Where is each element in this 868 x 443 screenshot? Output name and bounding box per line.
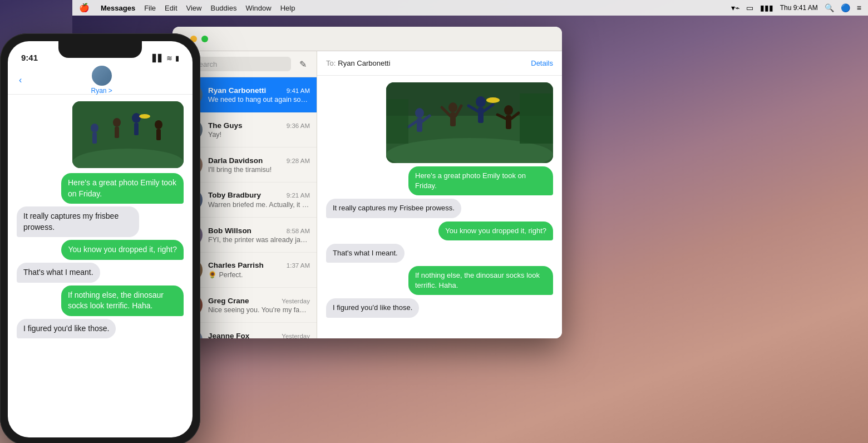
iphone-notch (58, 41, 142, 58)
message-bubble-4: If nothing else, the dinosaur socks look… (408, 266, 553, 295)
conv-name-bob: Bob Willson (208, 227, 251, 235)
svg-rect-20 (520, 93, 553, 144)
conv-name-ryan: Ryan Carbonetti (208, 86, 266, 95)
chat-header: To: Ryan Carbonetti Details (317, 51, 562, 76)
conv-time-darla: 9:28 AM (287, 157, 310, 164)
msg-row-2: You know you dropped it, right? (326, 222, 553, 240)
menu-window[interactable]: Window (245, 4, 271, 12)
conv-time-guys: 9:36 AM (287, 122, 310, 129)
iphone-bubble-1: It really captures my frisbee prowess. (17, 206, 139, 237)
conv-header-charles: Charles Parrish 1:37 AM (208, 261, 310, 269)
chat-panel: To: Ryan Carbonetti Details (317, 51, 562, 338)
conv-preview-bob: FYI, the printer was already jammed when… (208, 236, 310, 244)
svg-rect-21 (386, 99, 408, 144)
iphone-frame: 9:41 ▋▋ ≋ ▮ ‹ Ryan > (0, 33, 200, 443)
iphone-screen: 9:41 ▋▋ ≋ ▮ ‹ Ryan > (8, 41, 193, 437)
conv-time-toby: 9:21 AM (287, 192, 310, 199)
conv-info-charles: Charles Parrish 1:37 AM 🌻 Perfect. (208, 261, 310, 279)
svg-point-3 (415, 108, 424, 118)
svg-rect-12 (478, 107, 484, 123)
iphone-nav: ‹ Ryan > (8, 66, 193, 95)
svg-rect-31 (156, 129, 161, 140)
menu-file[interactable]: File (144, 4, 156, 12)
msg-row-5: I figured you'd like those. (326, 298, 553, 317)
conv-name-toby: Toby Bradbury (208, 191, 261, 199)
svg-point-26 (113, 118, 121, 127)
iphone-avatar (92, 66, 112, 86)
iphone-msg-row-1: It really captures my frisbee prowess. (17, 206, 184, 237)
control-center-icon[interactable]: ≡ (857, 3, 861, 12)
iphone-contact-name: Ryan > (91, 87, 112, 95)
to-label: To: (326, 59, 336, 67)
contact-info[interactable]: Ryan > (22, 66, 181, 95)
svg-rect-16 (506, 115, 511, 129)
message-bubble-0: Here's a great photo Emily took on Frida… (408, 166, 553, 195)
conv-name-guys: The Guys (208, 121, 243, 130)
conv-preview-charles: 🌻 Perfect. (208, 270, 310, 279)
message-bubble-5: I figured you'd like those. (326, 298, 419, 317)
compose-icon: ✎ (299, 59, 307, 70)
apple-logo-icon[interactable]: 🍎 (79, 3, 90, 13)
iphone-body: 9:41 ▋▋ ≋ ▮ ‹ Ryan > (0, 33, 200, 443)
chat-recipient-name: Ryan Carbonetti (338, 59, 390, 67)
wifi-icon: ≋ (166, 54, 172, 62)
shared-photo (386, 82, 553, 163)
iphone-status-icons: ▋▋ ≋ ▮ (152, 54, 179, 62)
conv-time-jeanne: Yesterday (282, 333, 310, 339)
svg-point-24 (91, 124, 98, 132)
clock-label: Thu 9:41 AM (780, 4, 818, 12)
iphone-bubble-3: That's what I meant. (17, 263, 100, 283)
window-titlebar (172, 27, 562, 51)
iphone-msg-row-2: You know you dropped it, right? (17, 240, 184, 260)
msg-row-0: Here's a great photo Emily took on Frida… (326, 166, 553, 195)
iphone-msg-row-3: That's what I meant. (17, 263, 184, 283)
battery-icon: ▮▮▮ (760, 3, 773, 12)
svg-point-28 (132, 113, 141, 123)
message-bubble-2: You know you dropped it, right? (438, 222, 553, 240)
conv-time-greg: Yesterday (282, 298, 310, 304)
messages-window: 🔍 Search ✎ Ryan Carbonetti 9:41 AM (172, 27, 562, 338)
svg-rect-29 (134, 123, 139, 135)
iphone-shared-photo (72, 101, 184, 168)
iphone-frisbee-svg (72, 101, 184, 168)
menu-edit[interactable]: Edit (165, 4, 177, 12)
conv-header-darla: Darla Davidson 9:28 AM (208, 156, 310, 165)
fullscreen-button[interactable] (201, 36, 208, 42)
airplay-icon: ▭ (746, 3, 753, 12)
msg-row-4: If nothing else, the dinosaur socks look… (326, 266, 553, 295)
conv-header-bob: Bob Willson 8:58 AM (208, 227, 310, 235)
conv-info-toby: Toby Bradbury 9:21 AM Warren briefed me.… (208, 191, 310, 209)
conv-preview-guys: Yay! (208, 131, 310, 139)
photo-container (326, 82, 553, 163)
svg-point-32 (139, 114, 150, 119)
menu-view[interactable]: View (186, 4, 202, 12)
menu-help[interactable]: Help (280, 4, 295, 12)
app-name-label: Messages (101, 4, 135, 12)
conv-info-darla: Darla Davidson 9:28 AM I'll bring the ti… (208, 156, 310, 174)
search-menubar-icon[interactable]: 🔍 (825, 3, 834, 12)
svg-point-30 (155, 120, 162, 129)
conv-header-ryan: Ryan Carbonetti 9:41 AM (208, 86, 310, 95)
conv-time-charles: 1:37 AM (287, 262, 310, 269)
conv-info-guys: The Guys 9:36 AM Yay! (208, 121, 310, 139)
wifi-icon: ▾⌁ (731, 3, 739, 12)
signal-icon: ▋▋ (152, 54, 164, 62)
conv-name-darla: Darla Davidson (208, 156, 263, 165)
menu-buddies[interactable]: Buddies (210, 4, 236, 12)
siri-icon[interactable]: 🔵 (841, 3, 850, 12)
conv-header-toby: Toby Bradbury 9:21 AM (208, 191, 310, 199)
details-button[interactable]: Details (531, 59, 553, 67)
conv-time-bob: 8:58 AM (287, 228, 310, 234)
iphone-bubble-2: You know you dropped it, right? (61, 240, 184, 260)
conv-info-jeanne: Jeanne Fox Yesterday Every meal I've had… (208, 332, 310, 339)
conv-header-jeanne: Jeanne Fox Yesterday (208, 332, 310, 339)
svg-rect-4 (417, 118, 422, 132)
conv-preview-greg: Nice seeing you. You're my favorite pers… (208, 306, 310, 314)
conv-info-greg: Greg Crane Yesterday Nice seeing you. Yo… (208, 297, 310, 314)
iphone-time: 9:41 (21, 53, 38, 62)
compose-button[interactable]: ✎ (295, 57, 310, 71)
iphone-photo-row (17, 101, 184, 170)
conv-header-greg: Greg Crane Yesterday (208, 297, 310, 305)
menubar-right: ▾⌁ ▭ ▮▮▮ Thu 9:41 AM 🔍 🔵 ≡ (731, 3, 861, 12)
svg-point-7 (448, 102, 457, 112)
